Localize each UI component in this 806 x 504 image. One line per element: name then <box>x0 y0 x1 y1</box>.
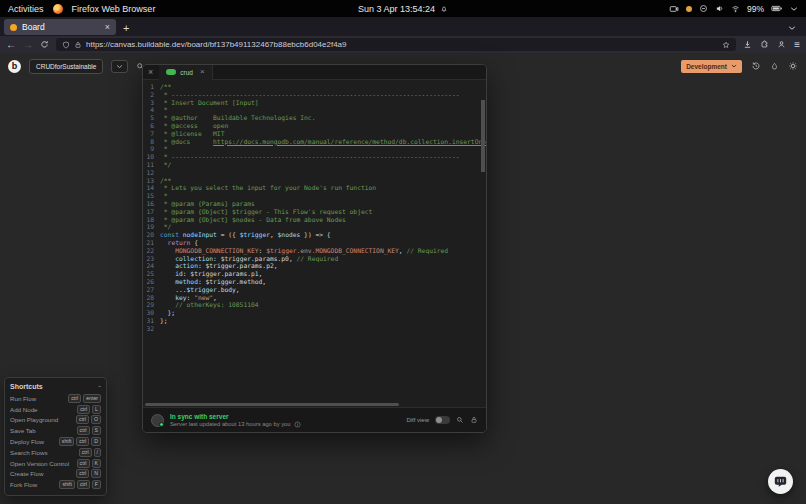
shortcut-item[interactable]: Add NodectrlL <box>10 404 101 415</box>
sync-status: In sync with server Server last updated … <box>170 413 301 428</box>
chat-launcher-button[interactable] <box>768 469 793 494</box>
lock-editor-icon[interactable] <box>470 416 478 424</box>
screencast-icon[interactable] <box>669 4 679 14</box>
new-tab-button[interactable]: + <box>116 20 136 36</box>
tray-app-icon[interactable] <box>699 4 708 13</box>
code-line: 32 <box>143 325 486 333</box>
url-bar[interactable]: https://canvas.buildable.dev/board/bf137… <box>56 38 736 51</box>
buildable-logo[interactable]: b <box>8 60 21 73</box>
board-menu-button[interactable] <box>111 60 128 73</box>
downloads-icon[interactable] <box>743 40 752 49</box>
node-type-badge <box>166 69 176 75</box>
battery-percentage: 99% <box>747 4 764 14</box>
key-badge: F <box>92 480 101 489</box>
browser-tab-bar: Board × + <box>0 17 806 36</box>
shortcut-item[interactable]: Create FlowctrlN <box>10 469 101 480</box>
code-line: 11 */ <box>143 161 486 169</box>
shortcut-item[interactable]: Deploy FlowshiftctrlD <box>10 436 101 447</box>
menu-icon[interactable]: ≡ <box>794 40 800 50</box>
version-history-icon[interactable] <box>751 61 761 71</box>
clock-label[interactable]: Sun 3 Apr 13:54:24 <box>358 4 435 14</box>
key-badge: ctrl <box>77 480 90 489</box>
code-line: 18 * @param {Object} $nodes - Data from … <box>143 216 486 224</box>
tab-close-icon[interactable]: × <box>105 23 110 32</box>
editor-vertical-scrollbar[interactable] <box>481 82 485 402</box>
chevron-down-icon[interactable] <box>790 6 798 12</box>
key-badge: O <box>91 415 101 424</box>
board-name-chip[interactable]: CRUDforSustainable <box>29 59 103 74</box>
shortcut-keys: ctrlS <box>77 426 101 435</box>
reload-button[interactable] <box>40 40 49 49</box>
volume-icon[interactable] <box>715 4 724 13</box>
shortcut-label: Open Playground <box>10 416 76 423</box>
browser-nav-bar: ← → https://canvas.buildable.dev/board/b… <box>0 36 806 53</box>
code-line: 6 * @access open <box>143 122 486 130</box>
code-line: 8 * @docs https://docs.mongodb.com/manua… <box>143 138 486 146</box>
shortcut-item[interactable]: Save TabctrlS <box>10 425 101 436</box>
code-line: 10 * -----------------------------------… <box>143 153 486 161</box>
code-line: 4 * <box>143 106 486 114</box>
shortcut-keys: ctrlL <box>77 405 101 414</box>
url-text[interactable]: https://canvas.buildable.dev/board/bf137… <box>86 40 718 49</box>
bookmark-star-icon[interactable] <box>722 41 730 49</box>
theme-icon[interactable] <box>770 62 779 71</box>
scrollbar-thumb[interactable] <box>481 100 485 172</box>
editor-horizontal-scrollbar[interactable] <box>143 402 486 407</box>
key-badge: ctrl <box>77 459 90 468</box>
buildable-canvas-page: b CRUDforSustainable Development <box>0 53 806 504</box>
user-avatar <box>151 414 164 427</box>
editor-tab-crud[interactable]: crud × <box>159 65 212 80</box>
battery-icon[interactable] <box>771 4 783 13</box>
scrollbar-thumb[interactable] <box>145 403 399 406</box>
browser-tab-board[interactable]: Board × <box>4 19 116 35</box>
environment-selector-button[interactable]: Development <box>681 60 742 73</box>
lock-icon[interactable] <box>74 41 82 49</box>
shortcut-item[interactable]: Run Flowctrlenter <box>10 393 101 404</box>
code-line: 3 * Insert Document [Input] <box>143 99 486 107</box>
code-line: 25 id: $trigger.params.p1, <box>143 270 486 278</box>
network-wifi-icon[interactable] <box>731 4 740 13</box>
code-editor-panel: × crud × 1/**2 * -----------------------… <box>142 64 487 433</box>
code-line: 31}; <box>143 317 486 325</box>
shortcut-label: Run Flow <box>10 395 68 402</box>
code-lines: 1/**2 * --------------------------------… <box>143 83 486 333</box>
editor-tab-close-icon[interactable]: × <box>200 68 205 76</box>
back-button[interactable]: ← <box>6 40 16 50</box>
environment-label: Development <box>686 63 727 70</box>
top-bar-clock-area[interactable]: Sun 3 Apr 13:54:24 <box>358 0 448 17</box>
app-indicator-icon[interactable] <box>686 6 692 12</box>
toggle-knob <box>436 417 442 423</box>
shortcut-item[interactable]: Search Flowsctrl/ <box>10 447 101 458</box>
code-line: 17 * @param {Object} $trigger - This Flo… <box>143 208 486 216</box>
code-line: 15 * <box>143 192 486 200</box>
shortcuts-title: Shortcuts <box>10 383 43 390</box>
shortcut-label: Create Flow <box>10 470 76 477</box>
shortcut-keys: ctrl/ <box>79 448 101 457</box>
shield-icon[interactable] <box>62 41 70 49</box>
code-line: 20const nodeInput = ({ $trigger, $nodes … <box>143 231 486 239</box>
shortcut-item[interactable]: Open PlaygroundctrlO <box>10 415 101 426</box>
shortcut-keys: ctrlenter <box>68 394 101 403</box>
extensions-icon[interactable] <box>760 40 769 49</box>
focused-app-menu[interactable]: Firefox Web Browser <box>72 4 156 14</box>
key-badge: D <box>91 437 101 446</box>
code-editor-area[interactable]: 1/**2 * --------------------------------… <box>143 80 486 402</box>
collapse-shortcuts-button[interactable]: - <box>98 382 101 390</box>
close-panel-icon[interactable]: × <box>148 68 153 77</box>
status-bar-right: Diff view <box>406 416 478 424</box>
code-line: 21 return { <box>143 239 486 247</box>
code-line: 5 * @author Buildable Technologies Inc. <box>143 114 486 122</box>
forward-button[interactable]: → <box>23 40 33 50</box>
shortcut-item[interactable]: Open Version ControlctrlK <box>10 458 101 469</box>
shortcut-keys: ctrlK <box>77 459 101 468</box>
list-all-tabs-button[interactable] <box>782 20 802 36</box>
settings-gear-icon[interactable] <box>788 61 798 71</box>
code-line: 13/** <box>143 177 486 185</box>
activities-button[interactable]: Activities <box>8 4 44 14</box>
shortcut-label: Search Flows <box>10 449 79 456</box>
account-icon[interactable] <box>777 40 786 49</box>
diff-view-toggle[interactable] <box>435 416 450 424</box>
shortcuts-panel: Shortcuts - Run FlowctrlenterAdd Nodectr… <box>4 377 107 496</box>
search-code-icon[interactable] <box>456 416 464 424</box>
shortcut-item[interactable]: Fork FlowshiftctrlF <box>10 479 101 490</box>
